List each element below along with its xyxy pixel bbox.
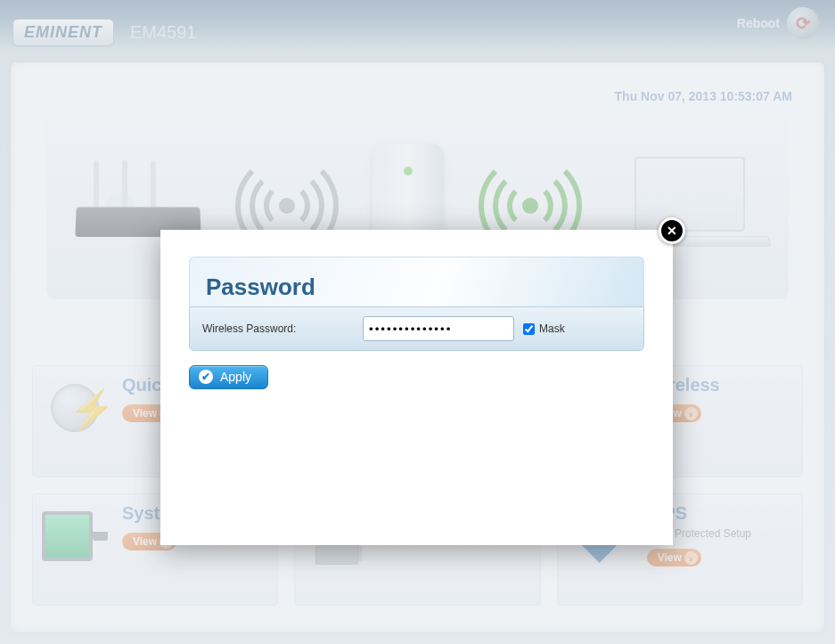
password-label: Wireless Password: xyxy=(202,322,363,335)
apply-label: Apply xyxy=(220,370,251,384)
mask-label: Mask xyxy=(539,322,565,335)
close-icon[interactable]: ✕ xyxy=(659,217,685,244)
modal-title: Password xyxy=(206,273,627,301)
password-modal: ✕ Password Wireless Password: Mask ✔ App… xyxy=(160,230,673,545)
mask-checkbox[interactable] xyxy=(523,323,535,335)
apply-button[interactable]: ✔ Apply xyxy=(189,365,268,389)
wireless-password-input[interactable] xyxy=(363,316,514,341)
password-row: Wireless Password: Mask xyxy=(189,306,644,351)
modal-header: Password xyxy=(189,257,644,306)
check-icon: ✔ xyxy=(199,370,213,384)
